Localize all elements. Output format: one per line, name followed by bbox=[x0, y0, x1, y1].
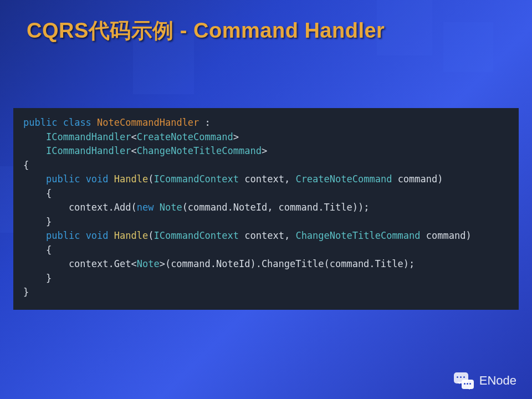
keyword: new bbox=[137, 202, 154, 213]
type: ChangeNoteTitleCommand bbox=[137, 145, 262, 156]
keyword: void bbox=[86, 230, 109, 241]
wechat-icon bbox=[454, 372, 474, 389]
bracket: > bbox=[233, 131, 239, 142]
class-name: NoteCommandHandler bbox=[97, 117, 199, 128]
bracket: } bbox=[23, 287, 29, 298]
type: ICommandHandler bbox=[46, 131, 131, 142]
type: ICommandContext bbox=[154, 230, 239, 241]
bracket: { bbox=[23, 188, 52, 199]
type: CreateNoteCommand bbox=[137, 131, 233, 142]
text: context, bbox=[239, 230, 295, 241]
brand-label: ENode bbox=[479, 374, 516, 388]
bracket: } bbox=[23, 273, 52, 284]
footer: ENode bbox=[454, 372, 516, 389]
text: context.Get< bbox=[23, 258, 137, 269]
text: (command.NoteId, command.Title)); bbox=[182, 202, 370, 213]
text: command) bbox=[392, 173, 443, 185]
bracket: ( bbox=[148, 230, 154, 241]
type: ICommandContext bbox=[154, 173, 239, 185]
bracket: < bbox=[131, 131, 136, 142]
slide-title: CQRS代码示例 - Command Handler bbox=[27, 17, 385, 45]
bracket: < bbox=[131, 145, 136, 156]
keyword: public bbox=[46, 173, 80, 185]
text: command) bbox=[421, 230, 472, 241]
code-sample: public class NoteCommandHandler : IComma… bbox=[13, 108, 519, 310]
bracket: { bbox=[23, 244, 52, 255]
bracket: } bbox=[23, 216, 52, 227]
bracket: { bbox=[23, 160, 29, 171]
method: Handle bbox=[114, 230, 148, 241]
type: ICommandHandler bbox=[46, 145, 131, 156]
bracket: > bbox=[262, 145, 267, 156]
text: context, bbox=[239, 173, 295, 185]
keyword: void bbox=[86, 173, 109, 185]
type: CreateNoteCommand bbox=[295, 173, 392, 185]
type: Note bbox=[137, 258, 160, 269]
keyword: public bbox=[46, 230, 80, 241]
type: Note bbox=[160, 202, 182, 213]
text bbox=[154, 202, 159, 213]
method: Handle bbox=[114, 173, 148, 185]
keyword: public bbox=[23, 117, 57, 128]
type: ChangeNoteTitleCommand bbox=[295, 230, 420, 241]
text: >(command.NoteId).ChangeTitle(command.Ti… bbox=[160, 258, 415, 269]
text: : bbox=[199, 117, 210, 128]
keyword: class bbox=[63, 117, 91, 128]
bracket: ( bbox=[148, 173, 154, 185]
text: context.Add( bbox=[23, 202, 137, 213]
